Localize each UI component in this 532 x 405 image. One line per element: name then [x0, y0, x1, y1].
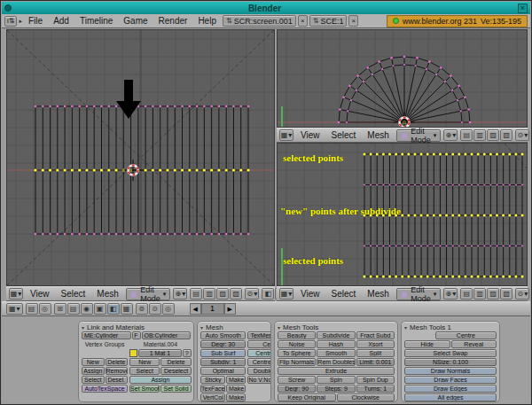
scene-selector[interactable]: ⇅ SCE:1 [309, 15, 348, 27]
flip-normals-button[interactable]: Flip Normals [278, 358, 316, 366]
layers-icon[interactable]: ▥ [473, 288, 486, 300]
degr90-field[interactable]: Degr: 90 [278, 385, 316, 393]
material-buttons-icon[interactable]: ⊙ [149, 303, 161, 315]
logic-buttons-icon[interactable]: ⊞ [54, 303, 66, 315]
draw-edges-toggle[interactable]: Draw Edges [404, 385, 497, 393]
material-select-button[interactable]: Select [129, 367, 160, 375]
shading-buttons-icon[interactable]: ◉ [81, 303, 93, 315]
render-preview-icon[interactable]: ▧ [230, 288, 242, 300]
material-deselect-button[interactable]: Deselect [160, 367, 191, 375]
centre-cursor-button[interactable]: Centre Cursor [247, 358, 271, 366]
extrude-button[interactable]: Extrude [278, 367, 395, 375]
frame-number-field[interactable]: 1 [201, 303, 224, 315]
menu-timeline[interactable]: Timeline [75, 16, 117, 26]
panel-align-icon[interactable]: ▤ [26, 303, 38, 315]
manipulator-icon[interactable]: ▤ [460, 288, 473, 300]
panel-tab[interactable]: ▾ Mesh [200, 323, 268, 331]
pivot-dropdown[interactable]: ⊙▾ [245, 288, 259, 300]
snap-icon[interactable]: ▨ [487, 288, 499, 300]
spin-dup-button[interactable]: Spin Dup [356, 376, 395, 384]
material-color-swatch[interactable] [129, 349, 137, 357]
frame-prev-button[interactable]: ◀ [190, 303, 201, 315]
centre-button[interactable]: Centre [435, 331, 497, 339]
fract-subd-button[interactable]: Fract Subd [356, 331, 395, 339]
manipulator-icon[interactable]: ▤ [190, 288, 202, 300]
optimal-toggle[interactable]: Optimal [200, 367, 246, 375]
set-smooth-button[interactable]: Set Smooth [129, 385, 160, 393]
reveal-button[interactable]: Reveal [451, 340, 497, 348]
auto-smooth-toggle[interactable]: Auto Smooth [200, 331, 246, 339]
menu-view[interactable]: View [296, 289, 325, 299]
menu-add[interactable]: Add [49, 16, 74, 26]
menu-view[interactable]: View [26, 289, 54, 299]
material-delete-button[interactable]: Delete [160, 358, 191, 366]
top-viewport-canvas[interactable] [278, 30, 527, 127]
viewport-type-dropdown[interactable]: ▦▾ [279, 288, 293, 300]
mode-dropdown[interactable]: ▣ Edit Mode ▾ [126, 288, 171, 300]
editing-buttons-icon[interactable]: ◧ [107, 303, 120, 315]
panel-collapse-icon[interactable]: ▾ [404, 324, 407, 331]
hide-button[interactable]: Hide [404, 340, 450, 348]
object-name-field[interactable]: OB:Cylinder [142, 331, 192, 339]
vertex-select-icon[interactable]: ◧ [262, 288, 274, 300]
autotexspace-button[interactable]: AutoTexSpace [82, 385, 128, 393]
material-index-field[interactable]: 1 Mat 1 [138, 349, 182, 357]
mesh-datablock-field[interactable]: ME:Cylinder [82, 331, 131, 339]
set-solid-button[interactable]: Set Solid [160, 385, 191, 393]
menu-select[interactable]: Select [57, 289, 90, 299]
vgroup-assign-button[interactable]: Assign [82, 367, 105, 375]
side-viewport[interactable]: selected points "new" points after subdi… [277, 143, 528, 286]
xsort-button[interactable]: Xsort [356, 340, 395, 348]
all-edges-toggle[interactable]: All edges [404, 393, 497, 401]
vgroup-deselect-button[interactable]: Desel. [106, 376, 129, 384]
material-assign-button[interactable]: Assign [129, 376, 192, 384]
texface-label[interactable]: TexFace [200, 385, 225, 393]
header-collapse-icon[interactable]: ▸ [19, 18, 22, 25]
screen-delete-button[interactable]: × [298, 15, 308, 27]
no-vnormal-flip-toggle[interactable]: No V.Normal Flip [247, 376, 271, 384]
menu-help[interactable]: Help [193, 16, 221, 26]
object-buttons-icon[interactable]: ▣ [94, 303, 106, 315]
rem-doubles-button[interactable]: Rem Doubles [317, 358, 355, 366]
make-texface-button[interactable]: Make [226, 385, 246, 393]
menu-select[interactable]: Select [327, 130, 361, 140]
menu-render[interactable]: Render [154, 16, 192, 26]
draw-mode-dropdown[interactable]: ⊕▾ [173, 288, 187, 300]
viewport-type-dropdown[interactable]: ▦▾ [279, 129, 293, 141]
vgroup-select-button[interactable]: Select [82, 376, 105, 384]
nsize-field[interactable]: NSize: 0.100 [404, 358, 497, 366]
select-swap-button[interactable]: Select Swap [404, 349, 497, 357]
clockwise-toggle[interactable]: Clockwise [337, 393, 395, 401]
layers-icon[interactable]: ▥ [473, 129, 486, 141]
screw-button[interactable]: Screw [278, 376, 316, 384]
menu-select[interactable]: Select [327, 289, 361, 299]
panel-collapse-icon[interactable]: ▾ [82, 324, 84, 331]
draw-normals-toggle[interactable]: Draw Normals [404, 367, 497, 375]
steps-field[interactable]: Steps: 9 [317, 385, 355, 393]
vertcol-label[interactable]: VertCol [200, 393, 225, 401]
beauty-toggle[interactable]: Beauty [278, 331, 316, 339]
snap-icon[interactable]: ▨ [216, 288, 229, 300]
layers-icon[interactable]: ▥ [203, 288, 215, 300]
panel-float-icon[interactable]: ◎ [39, 303, 51, 315]
front-viewport-canvas[interactable] [7, 30, 274, 285]
degr-field[interactable]: Degr: 30 [200, 340, 246, 348]
lamp-buttons-icon[interactable]: ⊚ [136, 303, 148, 315]
manipulator-icon[interactable]: ▤ [460, 129, 473, 141]
panel-tab[interactable]: ▾ Mesh Tools 1 [404, 323, 497, 331]
smooth-button[interactable]: Smooth [317, 349, 355, 357]
snap-icon[interactable]: ▨ [487, 129, 499, 141]
top-viewport[interactable] [277, 29, 528, 128]
sticky-label[interactable]: Sticky [200, 376, 225, 384]
draw-faces-toggle[interactable]: Draw Faces [404, 376, 497, 384]
menu-view[interactable]: View [296, 130, 325, 140]
vgroup-delete-button[interactable]: Delete [106, 358, 129, 366]
noise-button[interactable]: Noise [278, 340, 316, 348]
to-sphere-button[interactable]: To Sphere [278, 349, 316, 357]
world-buttons-icon[interactable]: ◎ [162, 303, 175, 315]
menu-mesh[interactable]: Mesh [363, 130, 393, 140]
fake-user-button[interactable]: F [132, 331, 141, 339]
material-query-button[interactable]: ? [183, 349, 192, 357]
texmesh-field[interactable]: TexMesh: [247, 331, 271, 339]
make-vertcol-button[interactable]: Make [226, 393, 246, 401]
